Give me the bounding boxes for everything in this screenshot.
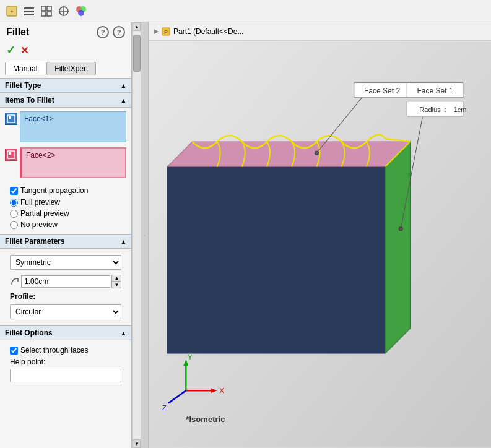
canvas-area: ▶ P Part1 (Default<<De... (149, 22, 491, 448)
main-area: Fillet ? ? ✓ ✕ Manual FilletXpert Fillet… (0, 22, 491, 448)
fillet-type-label: Fillet Type (5, 81, 41, 90)
left-wrapper: Fillet ? ? ✓ ✕ Manual FilletXpert Fillet… (0, 22, 149, 448)
help-point-input[interactable] (10, 369, 121, 382)
svg-text:X: X (220, 387, 225, 394)
fillet-options-content: Select through faces Help point: (0, 340, 131, 390)
svg-text:Radius: Radius (419, 106, 441, 113)
toolbar-icon-crosshair[interactable] (57, 4, 71, 18)
scroll-down-btn[interactable]: ▼ (133, 439, 141, 448)
svg-rect-16 (9, 116, 11, 119)
scroll-thumb[interactable] (133, 35, 141, 72)
fillet-params-content: Symmetric ▲ ▼ Profile: (0, 249, 131, 325)
radius-spinner-row: ▲ ▼ (5, 272, 126, 291)
tab-manual[interactable]: Manual (5, 62, 45, 75)
toolbar-icon-1[interactable]: ✦ (5, 4, 19, 18)
fillet-type-collapse[interactable]: ▲ (120, 82, 126, 89)
radius-input-box[interactable] (21, 275, 110, 288)
toolbar-icon-3[interactable] (40, 4, 53, 18)
full-preview-radio[interactable] (10, 199, 18, 207)
no-preview-label: No preview (20, 220, 58, 229)
partial-preview-row: Partial preview (5, 208, 126, 219)
face1-select-box[interactable]: Face<1> (20, 111, 126, 142)
items-to-fillet-section-header[interactable]: Items To Fillet ▲ (0, 93, 131, 108)
svg-text:✦: ✦ (9, 8, 14, 15)
svg-text:Face Set 2: Face Set 2 (364, 87, 401, 95)
select-through-faces-row: Select through faces (5, 344, 126, 356)
items-to-fillet-label: Items To Fillet (5, 96, 54, 105)
divider-handle: · · · (142, 235, 147, 235)
model-svg: Face Set 2 Face Set 1 Radius : 1cm Y (149, 41, 491, 448)
ok-button[interactable]: ✓ (6, 43, 15, 57)
panel-title: Fillet (6, 27, 29, 38)
full-preview-label: Full preview (20, 198, 60, 207)
items-to-fillet-content: Face<1> Face<2> Tangent propagation (0, 108, 131, 234)
no-preview-radio[interactable] (10, 221, 18, 229)
select-through-faces-label: Select through faces (20, 346, 88, 355)
profile-dropdown-row: Circular (5, 302, 126, 322)
svg-rect-5 (41, 6, 46, 11)
tab-filletxpert[interactable]: FilletXpert (46, 62, 96, 75)
toolbar-icon-2[interactable] (22, 4, 36, 18)
face1-icon (5, 113, 17, 125)
face2-row: Face<2> (5, 147, 126, 181)
part-icon: P (161, 27, 171, 37)
ok-cancel-row: ✓ ✕ (0, 41, 131, 59)
tangent-propagation-checkbox[interactable] (10, 187, 18, 195)
face2-icon (5, 149, 17, 161)
fillet-options-section-header[interactable]: Fillet Options ▲ (0, 325, 131, 340)
svg-rect-6 (47, 6, 51, 11)
tree-bar: ▶ P Part1 (Default<<De... (149, 22, 491, 41)
select-through-faces-checkbox[interactable] (10, 347, 18, 355)
no-preview-row: No preview (5, 219, 126, 230)
symmetric-dropdown[interactable]: Symmetric (10, 255, 121, 270)
profile-label: Profile: (5, 291, 126, 302)
help-icon-2[interactable]: ? (113, 26, 125, 38)
svg-rect-4 (24, 14, 34, 15)
svg-rect-18 (9, 152, 11, 155)
scroll-up-btn[interactable]: ▲ (133, 22, 141, 31)
fillet-params-label: Fillet Parameters (5, 237, 65, 246)
face2-select-box[interactable]: Face<2> (20, 147, 126, 178)
left-panel: Fillet ? ? ✓ ✕ Manual FilletXpert Fillet… (0, 22, 132, 448)
help-point-input-row (5, 368, 126, 386)
help-point-label: Help point: (10, 358, 45, 366)
left-panel-scrollbar[interactable]: ▲ ▼ (132, 22, 141, 448)
help-icon-1[interactable]: ? (97, 26, 109, 38)
help-point-label-row: Help point: (5, 356, 126, 368)
panel-divider[interactable]: · · · (141, 22, 149, 448)
cancel-button[interactable]: ✕ (20, 45, 28, 56)
svg-marker-23 (167, 142, 410, 353)
fillet-params-section-header[interactable]: Fillet Parameters ▲ (0, 234, 131, 249)
svg-text:Z: Z (162, 404, 167, 411)
top-toolbar: ✦ (0, 0, 491, 22)
radius-decrement-btn[interactable]: ▼ (111, 282, 121, 288)
fillet-type-section-header[interactable]: Fillet Type ▲ (0, 78, 131, 93)
tree-item-part1[interactable]: ▶ P Part1 (Default<<De... (154, 27, 243, 37)
items-to-fillet-collapse[interactable]: ▲ (120, 97, 126, 104)
radius-increment-btn[interactable]: ▲ (111, 275, 121, 282)
fillet-options-label: Fillet Options (5, 329, 53, 337)
svg-rect-7 (41, 12, 46, 16)
svg-text::: : (445, 106, 446, 113)
tree-part-label: Part1 (Default<<De... (173, 27, 243, 36)
fillet-params-collapse[interactable]: ▲ (120, 238, 126, 245)
tangent-propagation-row: Tangent propagation (5, 184, 126, 197)
toolbar-icon-color[interactable] (74, 4, 88, 18)
svg-text:Face Set 1: Face Set 1 (417, 87, 453, 95)
radius-spinner-buttons: ▲ ▼ (111, 275, 121, 288)
tab-row: Manual FilletXpert (0, 59, 131, 78)
svg-rect-3 (24, 11, 34, 12)
partial-preview-radio[interactable] (10, 210, 18, 218)
tangent-propagation-label: Tangent propagation (20, 186, 88, 195)
profile-dropdown[interactable]: Circular (10, 304, 121, 319)
radius-input[interactable] (24, 277, 107, 286)
face1-row: Face<1> (5, 111, 126, 145)
fillet-options-collapse[interactable]: ▲ (120, 330, 126, 337)
svg-text:1cm: 1cm (454, 106, 467, 113)
symmetric-dropdown-row: Symmetric (5, 252, 126, 272)
face2-label: Face<2> (26, 151, 55, 160)
svg-marker-25 (385, 142, 410, 353)
tree-arrow: ▶ (154, 27, 159, 35)
full-preview-row: Full preview (5, 197, 126, 208)
face1-label: Face<1> (24, 114, 53, 123)
